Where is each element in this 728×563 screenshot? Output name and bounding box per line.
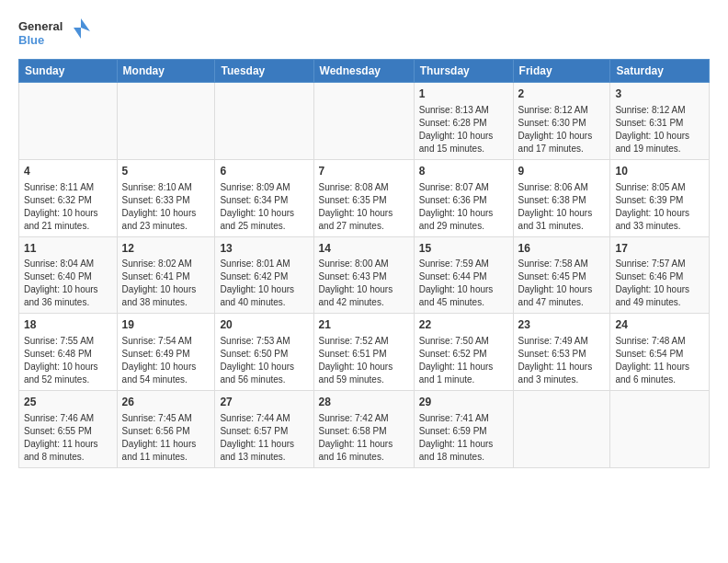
day-cell: 20Sunrise: 7:53 AM Sunset: 6:50 PM Dayli… xyxy=(215,314,313,391)
week-row-5: 25Sunrise: 7:46 AM Sunset: 6:55 PM Dayli… xyxy=(19,391,710,468)
day-cell: 14Sunrise: 8:00 AM Sunset: 6:43 PM Dayli… xyxy=(313,236,414,314)
day-number: 18 xyxy=(24,317,112,333)
day-number: 6 xyxy=(220,164,308,179)
day-number: 13 xyxy=(220,241,308,257)
day-cell: 1Sunrise: 8:13 AM Sunset: 6:28 PM Daylig… xyxy=(414,83,513,160)
day-info: Sunrise: 7:59 AM Sunset: 6:44 PM Dayligh… xyxy=(419,258,508,309)
col-header-friday: Friday xyxy=(513,60,610,83)
svg-text:General: General xyxy=(18,19,63,33)
day-number: 4 xyxy=(24,164,112,179)
col-header-monday: Monday xyxy=(117,60,215,83)
day-info: Sunrise: 7:53 AM Sunset: 6:50 PM Dayligh… xyxy=(220,335,308,386)
col-header-wednesday: Wednesday xyxy=(313,60,414,83)
day-cell: 23Sunrise: 7:49 AM Sunset: 6:53 PM Dayli… xyxy=(513,314,610,391)
day-cell: 7Sunrise: 8:08 AM Sunset: 6:35 PM Daylig… xyxy=(313,159,414,236)
page-container: General Blue SundayMondayTuesdayWednesda… xyxy=(0,0,728,477)
day-cell: 10Sunrise: 8:05 AM Sunset: 6:39 PM Dayli… xyxy=(610,159,710,236)
day-info: Sunrise: 7:44 AM Sunset: 6:57 PM Dayligh… xyxy=(220,412,308,464)
day-info: Sunrise: 8:04 AM Sunset: 6:40 PM Dayligh… xyxy=(24,258,112,309)
day-number: 26 xyxy=(122,395,210,410)
day-cell xyxy=(117,83,215,160)
week-row-3: 11Sunrise: 8:04 AM Sunset: 6:40 PM Dayli… xyxy=(19,236,710,314)
col-header-saturday: Saturday xyxy=(610,60,710,83)
day-info: Sunrise: 7:55 AM Sunset: 6:48 PM Dayligh… xyxy=(24,335,112,386)
day-cell xyxy=(215,83,313,160)
day-number: 22 xyxy=(419,317,508,333)
header: General Blue xyxy=(18,15,710,52)
day-cell: 8Sunrise: 8:07 AM Sunset: 6:36 PM Daylig… xyxy=(414,159,513,236)
day-number: 29 xyxy=(419,395,508,410)
day-number: 7 xyxy=(319,164,409,179)
header-row: SundayMondayTuesdayWednesdayThursdayFrid… xyxy=(19,60,710,83)
day-number: 28 xyxy=(319,395,409,410)
day-info: Sunrise: 8:02 AM Sunset: 6:41 PM Dayligh… xyxy=(122,258,210,309)
day-info: Sunrise: 7:41 AM Sunset: 6:59 PM Dayligh… xyxy=(419,412,508,464)
day-info: Sunrise: 8:12 AM Sunset: 6:30 PM Dayligh… xyxy=(518,104,606,155)
day-number: 11 xyxy=(24,241,112,257)
day-number: 9 xyxy=(518,164,606,179)
day-info: Sunrise: 7:49 AM Sunset: 6:53 PM Dayligh… xyxy=(518,335,606,386)
day-info: Sunrise: 8:11 AM Sunset: 6:32 PM Dayligh… xyxy=(24,181,112,233)
day-number: 20 xyxy=(220,317,308,333)
day-cell: 12Sunrise: 8:02 AM Sunset: 6:41 PM Dayli… xyxy=(117,236,215,314)
day-cell xyxy=(313,83,414,160)
day-cell: 18Sunrise: 7:55 AM Sunset: 6:48 PM Dayli… xyxy=(19,314,118,391)
day-cell: 26Sunrise: 7:45 AM Sunset: 6:56 PM Dayli… xyxy=(117,391,215,468)
day-number: 17 xyxy=(615,241,704,257)
day-number: 2 xyxy=(518,86,606,102)
day-info: Sunrise: 7:58 AM Sunset: 6:45 PM Dayligh… xyxy=(518,258,606,309)
day-info: Sunrise: 8:06 AM Sunset: 6:38 PM Dayligh… xyxy=(518,181,606,233)
day-cell: 15Sunrise: 7:59 AM Sunset: 6:44 PM Dayli… xyxy=(414,236,513,314)
day-info: Sunrise: 7:54 AM Sunset: 6:49 PM Dayligh… xyxy=(122,335,210,386)
day-info: Sunrise: 7:48 AM Sunset: 6:54 PM Dayligh… xyxy=(615,335,704,386)
day-cell: 17Sunrise: 7:57 AM Sunset: 6:46 PM Dayli… xyxy=(610,236,710,314)
day-number: 8 xyxy=(419,164,508,179)
day-number: 15 xyxy=(419,241,508,257)
day-info: Sunrise: 8:05 AM Sunset: 6:39 PM Dayligh… xyxy=(615,181,704,233)
week-row-1: 1Sunrise: 8:13 AM Sunset: 6:28 PM Daylig… xyxy=(19,83,710,160)
day-cell: 9Sunrise: 8:06 AM Sunset: 6:38 PM Daylig… xyxy=(513,159,610,236)
week-row-2: 4Sunrise: 8:11 AM Sunset: 6:32 PM Daylig… xyxy=(19,159,710,236)
day-cell: 19Sunrise: 7:54 AM Sunset: 6:49 PM Dayli… xyxy=(117,314,215,391)
day-info: Sunrise: 8:09 AM Sunset: 6:34 PM Dayligh… xyxy=(220,181,308,233)
day-cell: 16Sunrise: 7:58 AM Sunset: 6:45 PM Dayli… xyxy=(513,236,610,314)
col-header-thursday: Thursday xyxy=(414,60,513,83)
day-number: 24 xyxy=(615,317,704,333)
day-cell: 21Sunrise: 7:52 AM Sunset: 6:51 PM Dayli… xyxy=(313,314,414,391)
day-cell xyxy=(19,83,118,160)
day-info: Sunrise: 7:50 AM Sunset: 6:52 PM Dayligh… xyxy=(419,335,508,386)
day-cell: 28Sunrise: 7:42 AM Sunset: 6:58 PM Dayli… xyxy=(313,391,414,468)
day-cell xyxy=(610,391,710,468)
day-number: 23 xyxy=(518,317,606,333)
col-header-sunday: Sunday xyxy=(19,60,118,83)
logo-svg: General Blue xyxy=(18,15,92,52)
day-info: Sunrise: 7:52 AM Sunset: 6:51 PM Dayligh… xyxy=(319,335,409,386)
day-number: 19 xyxy=(122,317,210,333)
day-number: 12 xyxy=(122,241,210,257)
day-info: Sunrise: 7:46 AM Sunset: 6:55 PM Dayligh… xyxy=(24,412,112,464)
day-info: Sunrise: 8:12 AM Sunset: 6:31 PM Dayligh… xyxy=(615,104,704,155)
day-cell xyxy=(513,391,610,468)
day-cell: 2Sunrise: 8:12 AM Sunset: 6:30 PM Daylig… xyxy=(513,83,610,160)
week-row-4: 18Sunrise: 7:55 AM Sunset: 6:48 PM Dayli… xyxy=(19,314,710,391)
day-number: 25 xyxy=(24,395,112,410)
logo: General Blue xyxy=(18,15,92,52)
day-info: Sunrise: 7:42 AM Sunset: 6:58 PM Dayligh… xyxy=(319,412,409,464)
day-cell: 25Sunrise: 7:46 AM Sunset: 6:55 PM Dayli… xyxy=(19,391,118,468)
day-number: 10 xyxy=(615,164,704,179)
day-info: Sunrise: 8:10 AM Sunset: 6:33 PM Dayligh… xyxy=(122,181,210,233)
day-number: 1 xyxy=(419,86,508,102)
day-info: Sunrise: 8:13 AM Sunset: 6:28 PM Dayligh… xyxy=(419,104,508,155)
day-cell: 13Sunrise: 8:01 AM Sunset: 6:42 PM Dayli… xyxy=(215,236,313,314)
day-number: 3 xyxy=(615,86,704,102)
day-cell: 27Sunrise: 7:44 AM Sunset: 6:57 PM Dayli… xyxy=(215,391,313,468)
svg-marker-2 xyxy=(74,18,90,39)
day-cell: 29Sunrise: 7:41 AM Sunset: 6:59 PM Dayli… xyxy=(414,391,513,468)
col-header-tuesday: Tuesday xyxy=(215,60,313,83)
day-cell: 4Sunrise: 8:11 AM Sunset: 6:32 PM Daylig… xyxy=(19,159,118,236)
day-info: Sunrise: 8:08 AM Sunset: 6:35 PM Dayligh… xyxy=(319,181,409,233)
day-info: Sunrise: 8:00 AM Sunset: 6:43 PM Dayligh… xyxy=(319,258,409,309)
day-info: Sunrise: 8:01 AM Sunset: 6:42 PM Dayligh… xyxy=(220,258,308,309)
day-info: Sunrise: 7:57 AM Sunset: 6:46 PM Dayligh… xyxy=(615,258,704,309)
day-cell: 11Sunrise: 8:04 AM Sunset: 6:40 PM Dayli… xyxy=(19,236,118,314)
